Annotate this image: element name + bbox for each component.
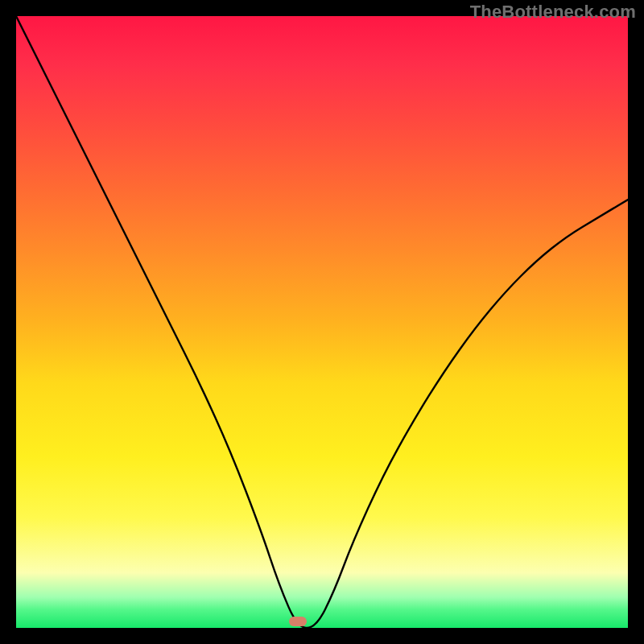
- bottleneck-curve: [16, 16, 628, 628]
- optimal-marker: [289, 617, 307, 626]
- plot-area: [16, 16, 628, 628]
- chart-stage: TheBottleneck.com: [0, 0, 644, 644]
- watermark-label: TheBottleneck.com: [470, 2, 636, 23]
